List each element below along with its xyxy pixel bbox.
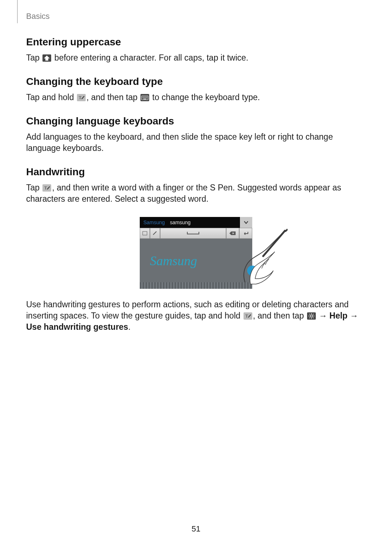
enter-key (239, 228, 252, 239)
keyboard-icon (140, 94, 149, 101)
section-handwriting: Handwriting Tap T, and then write a word… (26, 166, 366, 333)
svg-line-14 (309, 314, 310, 315)
mode-button (140, 228, 150, 239)
settings-icon (307, 312, 316, 320)
svg-text:T: T (79, 95, 82, 100)
handwriting-keyboard-mock: Samsung samsung (140, 217, 252, 289)
t-pen-icon: T (244, 312, 252, 320)
arrow: → (347, 311, 358, 320)
para-entering-uppercase: Tap before entering a character. For all… (26, 52, 366, 63)
text: , and then tap (86, 93, 140, 102)
section-entering-uppercase: Entering uppercase Tap before entering a… (26, 36, 366, 63)
para-keyboard-type: Tap and hold T, and then tap to change t… (26, 92, 366, 103)
handwriting-figure: Samsung samsung (26, 217, 366, 289)
use-handwriting-gestures-label: Use handwriting gestures (26, 322, 128, 332)
heading-entering-uppercase: Entering uppercase (26, 36, 366, 48)
para-handwriting-intro: Tap T, and then write a word with a fing… (26, 182, 366, 205)
heading-language-keyboards: Changing language keyboards (26, 115, 366, 127)
text: Tap (26, 53, 42, 62)
ruler-strip (140, 282, 252, 289)
chevron-down-icon (244, 220, 249, 225)
heading-handwriting: Handwriting (26, 166, 366, 178)
help-label: Help (330, 311, 348, 320)
para-handwriting-gestures: Use handwriting gestures to perform acti… (26, 299, 366, 333)
suggestion-secondary: samsung (170, 219, 191, 225)
svg-text:T: T (245, 313, 248, 319)
para-language-keyboards: Add languages to the keyboard, and then … (26, 131, 366, 154)
suggestion-bar: Samsung samsung (140, 217, 252, 228)
text: , and then write a word with a finger or… (26, 183, 341, 204)
page-number: 51 (0, 524, 392, 534)
heading-keyboard-type: Changing the keyboard type (26, 76, 366, 87)
manual-page: Basics Entering uppercase Tap before ent… (0, 0, 392, 554)
t-pen-icon: T (77, 94, 86, 101)
text: . (128, 322, 130, 332)
section-breadcrumb: Basics (26, 12, 50, 21)
text: to change the keyboard type. (150, 93, 260, 102)
suggestion-primary: Samsung (143, 219, 165, 225)
handwritten-text: Samsung (150, 253, 197, 268)
svg-rect-6 (143, 231, 147, 235)
handwriting-area: Samsung (140, 239, 252, 282)
keyboard-toolbar (140, 228, 252, 239)
page-content: Entering uppercase Tap before entering a… (26, 36, 366, 345)
text: before entering a character. For all cap… (52, 53, 248, 62)
arrow: → (317, 311, 330, 320)
text: Tap and hold (26, 93, 76, 102)
svg-text:T: T (44, 185, 47, 190)
text: , and then tap (253, 311, 306, 320)
svg-point-9 (310, 315, 313, 317)
shift-icon (42, 54, 51, 62)
section-language-keyboards: Changing language keyboards Add language… (26, 115, 366, 154)
t-pen-icon: T (42, 184, 51, 192)
space-key (160, 228, 226, 239)
text: Tap (26, 183, 42, 192)
svg-line-16 (313, 314, 314, 315)
svg-line-17 (309, 317, 310, 318)
margin-rule (17, 0, 18, 23)
section-keyboard-type: Changing the keyboard type Tap and hold … (26, 76, 366, 103)
backspace-key (226, 228, 239, 239)
suggestion-expand-button (239, 217, 252, 228)
svg-line-15 (313, 317, 314, 318)
handwriting-mode-button (150, 228, 160, 239)
